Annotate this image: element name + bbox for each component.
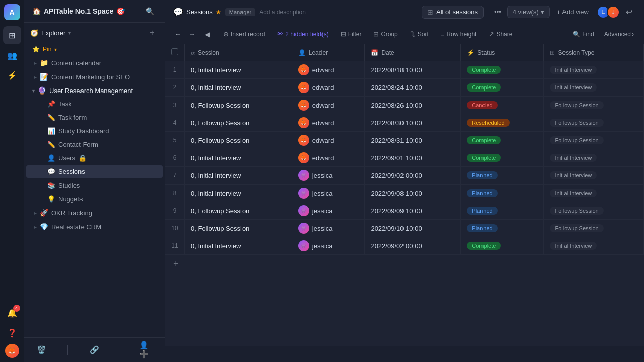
- leader-cell[interactable]: 🦊 edward: [292, 61, 365, 79]
- table-row[interactable]: 5 0, Followup Session 🦊 edward 2022/08/3…: [165, 132, 644, 149]
- search-icon[interactable]: 🔍: [144, 6, 156, 16]
- collapse-sidebar-btn[interactable]: ◀: [200, 27, 214, 41]
- session-type-cell[interactable]: Followup Session: [544, 202, 644, 220]
- explorer-title[interactable]: 🧭 Explorer ▾: [30, 29, 71, 37]
- status-cell[interactable]: Complete: [461, 61, 544, 79]
- favorite-star-icon[interactable]: ★: [216, 9, 221, 16]
- sidebar-item-user-research[interactable]: ▾ 🔮 User Research Management: [26, 84, 163, 97]
- session-type-cell[interactable]: Followup Session: [544, 114, 644, 132]
- leader-cell[interactable]: 👾 jessica: [292, 167, 365, 185]
- view-options-btn[interactable]: •••: [492, 8, 503, 16]
- session-cell[interactable]: 0, Initial Interview: [185, 167, 292, 185]
- sidebar-item-nuggets[interactable]: 💡 Nuggets: [26, 193, 163, 205]
- table-row[interactable]: 1 0, Initial Interview 🦊 edward 2022/08/…: [165, 61, 644, 79]
- leader-cell[interactable]: 🦊 edward: [292, 114, 365, 132]
- session-type-cell[interactable]: Followup Session: [544, 220, 644, 237]
- session-cell[interactable]: 0, Followup Session: [185, 132, 292, 149]
- leader-cell[interactable]: 🦊 edward: [292, 97, 365, 114]
- status-cell[interactable]: Planned: [461, 185, 544, 202]
- col-header-session-type[interactable]: ⊞ Session Type: [544, 44, 644, 61]
- workspace-avatar[interactable]: A: [4, 4, 20, 20]
- sidebar-item-study-dashboard[interactable]: 📊 Study Dashboard: [26, 125, 163, 137]
- leader-cell[interactable]: 🦊 edward: [292, 132, 365, 149]
- session-type-cell[interactable]: Initial Interview: [544, 185, 644, 202]
- nav-back-btn[interactable]: ←: [171, 28, 184, 41]
- insert-record-btn[interactable]: ⊕ Insert record: [218, 28, 270, 40]
- table-row[interactable]: 7 0, Initial Interview 👾 jessica 2022/09…: [165, 167, 644, 185]
- user-plus-icon[interactable]: 👤➕: [139, 342, 155, 358]
- sidebar-item-real-estate[interactable]: ▸ 💎 Real estate CRM: [26, 220, 163, 233]
- col-header-session[interactable]: 𝑓𝑥 Session: [185, 44, 292, 61]
- sidebar-item-content-marketing[interactable]: ▸ 📝 Content Marketing for SEO: [26, 70, 163, 83]
- session-type-cell[interactable]: Initial Interview: [544, 167, 644, 185]
- sidebar-item-contact-form[interactable]: ✏️ Contact Form: [26, 138, 163, 151]
- add-item-button[interactable]: +: [146, 27, 158, 39]
- session-type-cell[interactable]: Initial Interview: [544, 237, 644, 255]
- sidebar-item-okr-tracking[interactable]: ▸ 🚀 OKR Tracking: [26, 206, 163, 219]
- status-cell[interactable]: Rescheduled: [461, 114, 544, 132]
- session-cell[interactable]: 0, Initial Interview: [185, 149, 292, 167]
- table-row[interactable]: 3 0, Followup Session 🦊 edward 2022/08/2…: [165, 97, 644, 114]
- nav-automations-icon[interactable]: ⚡: [3, 66, 21, 84]
- sort-btn[interactable]: ⇅ Sort: [405, 28, 434, 40]
- advanced-btn[interactable]: Advanced ›: [600, 29, 638, 40]
- table-row[interactable]: 9 0, Followup Session 👾 jessica 2022/09/…: [165, 202, 644, 220]
- sidebar-item-studies[interactable]: 📚 Studies: [26, 179, 163, 192]
- hidden-fields-btn[interactable]: 👁 2 hidden field(s): [272, 28, 333, 40]
- col-header-date[interactable]: 📅 Date: [365, 44, 461, 61]
- help-icon[interactable]: ❓: [3, 324, 21, 342]
- status-cell[interactable]: Planned: [461, 167, 544, 185]
- table-container[interactable]: 𝑓𝑥 Session 👤 Leader 📅 Date: [165, 44, 644, 346]
- table-row[interactable]: 8 0, Initial Interview 👾 jessica 2022/09…: [165, 185, 644, 202]
- table-row[interactable]: 6 0, Initial Interview 🦊 edward 2022/09/…: [165, 149, 644, 167]
- session-type-cell[interactable]: Initial Interview: [544, 149, 644, 167]
- session-type-cell[interactable]: Followup Session: [544, 97, 644, 114]
- add-description-btn[interactable]: Add a description: [259, 9, 306, 16]
- leader-cell[interactable]: 👾 jessica: [292, 202, 365, 220]
- session-cell[interactable]: 0, Followup Session: [185, 220, 292, 237]
- delete-icon[interactable]: 🗑️: [33, 342, 49, 358]
- leader-cell[interactable]: 👾 jessica: [292, 185, 365, 202]
- leader-cell[interactable]: 🦊 edward: [292, 79, 365, 97]
- session-cell[interactable]: 0, Initial Interview: [185, 61, 292, 79]
- status-cell[interactable]: Complete: [461, 149, 544, 167]
- select-all-header[interactable]: [165, 44, 185, 61]
- nav-members-icon[interactable]: 👥: [3, 46, 21, 64]
- session-cell[interactable]: 0, Initial Interview: [185, 185, 292, 202]
- row-height-btn[interactable]: ≡ Row height: [436, 28, 482, 40]
- status-cell[interactable]: Complete: [461, 237, 544, 255]
- session-cell[interactable]: 0, Initial Interview: [185, 79, 292, 97]
- sidebar-item-content-calendar[interactable]: ▸ 📁 Content calendar: [26, 56, 163, 69]
- sidebar-item-users[interactable]: 👤 Users 🔒: [26, 152, 163, 164]
- share-btn[interactable]: ↗ Share: [484, 28, 517, 40]
- session-cell[interactable]: 0, Followup Session: [185, 114, 292, 132]
- space-title[interactable]: 🏠 APITable No.1 Space 🎯: [32, 7, 125, 15]
- session-type-cell[interactable]: Initial Interview: [544, 61, 644, 79]
- sidebar-item-sessions[interactable]: 💬 Sessions: [26, 165, 163, 178]
- add-view-btn[interactable]: + Add view: [553, 6, 593, 18]
- leader-cell[interactable]: 🦊 edward: [292, 149, 365, 167]
- undo-btn[interactable]: ↩: [622, 5, 636, 19]
- session-cell[interactable]: 0, Followup Session: [185, 97, 292, 114]
- session-cell[interactable]: 0, Initial Interview: [185, 237, 292, 255]
- leader-cell[interactable]: 👾 jessica: [292, 220, 365, 237]
- user-avatar-icon[interactable]: 🦊: [5, 344, 19, 358]
- share-bottom-icon[interactable]: 🔗: [86, 342, 102, 358]
- group-btn[interactable]: ⊞ Group: [368, 28, 403, 40]
- session-type-cell[interactable]: Followup Session: [544, 132, 644, 149]
- table-row[interactable]: 10 0, Followup Session 👾 jessica 2022/09…: [165, 220, 644, 237]
- status-cell[interactable]: Planned: [461, 202, 544, 220]
- session-cell[interactable]: 0, Followup Session: [185, 202, 292, 220]
- table-row[interactable]: 11 0, Initial Interview 👾 jessica 2022/0…: [165, 237, 644, 255]
- sidebar-item-task[interactable]: 📌 Task: [26, 98, 163, 110]
- table-row[interactable]: 4 0, Followup Session 🦊 edward 2022/08/3…: [165, 114, 644, 132]
- view-selector-btn[interactable]: ⊞ All of sessions: [422, 6, 484, 19]
- status-cell[interactable]: Planned: [461, 220, 544, 237]
- status-cell[interactable]: Complete: [461, 132, 544, 149]
- session-type-cell[interactable]: Initial Interview: [544, 79, 644, 97]
- col-header-leader[interactable]: 👤 Leader: [292, 44, 365, 61]
- nav-home-icon[interactable]: ⊞: [3, 26, 21, 44]
- notification-icon[interactable]: 🔔 4: [3, 304, 21, 322]
- status-cell[interactable]: Complete: [461, 79, 544, 97]
- filter-btn[interactable]: ⊟ Filter: [336, 28, 367, 40]
